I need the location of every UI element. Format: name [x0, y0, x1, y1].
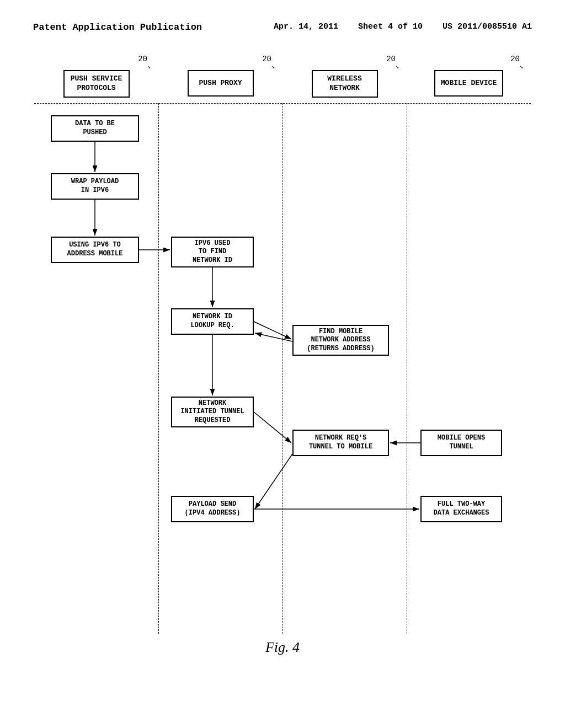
- patent-info: Apr. 14, 2011 Sheet 4 of 10 US 2011/0085…: [274, 22, 532, 31]
- col-push-proxy: 20 ↘ PUSH PROXY: [158, 55, 282, 98]
- publication-date: Apr. 14, 2011: [274, 22, 338, 31]
- figure-caption: Fig. 4: [0, 639, 565, 656]
- svg-line-8: [254, 412, 291, 443]
- ref-num-1: 20: [138, 55, 147, 63]
- ref-num-4: 20: [510, 55, 520, 63]
- col-title-push-service: PUSH SERVICEPROTOCOLS: [63, 70, 130, 98]
- diagram: 20 ↘ PUSH SERVICEPROTOCOLS 20 ↘ PUSH PRO…: [34, 55, 531, 634]
- box-payload-send: PAYLOAD SEND(IPV4 ADDRESS): [171, 496, 254, 522]
- col-title-push-proxy: PUSH PROXY: [188, 70, 254, 97]
- box-using-ipv6: USING IPV6 TOADDRESS MOBILE: [51, 237, 139, 263]
- box-data-to-be-pushed: DATA TO BEPUSHED: [51, 115, 139, 142]
- ref-num-3: 20: [386, 55, 396, 63]
- svg-line-5: [254, 322, 291, 339]
- box-network-tunnel-req: NETWORKINITIATED TUNNELREQUESTED: [171, 397, 254, 427]
- sheet-info: Sheet 4 of 10: [358, 22, 423, 31]
- col-title-mobile: MOBILE DEVICE: [434, 70, 503, 97]
- publication-title: Patent Application Publication: [33, 22, 202, 33]
- col-sep-3: [407, 103, 407, 634]
- box-full-two-way: FULL TWO-WAYDATA EXCHANGES: [420, 496, 502, 522]
- col-sep-1: [158, 103, 159, 634]
- col-wireless-network: 20 ↘ WIRELESSNETWORK: [282, 55, 407, 98]
- ref-num-2: 20: [262, 55, 271, 63]
- col-push-service: 20 ↘ PUSH SERVICEPROTOCOLS: [34, 55, 158, 98]
- box-mobile-opens-tunnel: MOBILE OPENSTUNNEL: [420, 430, 502, 456]
- page-header: Patent Application Publication Apr. 14, …: [0, 0, 565, 44]
- box-network-id-lookup: NETWORK IDLOOKUP REQ.: [171, 308, 254, 335]
- col-mobile-device: 20 ↘ MOBILE DEVICE: [407, 55, 531, 98]
- patent-number: US 2011/0085510 A1: [443, 22, 532, 31]
- col-sep-2: [282, 103, 283, 634]
- svg-line-6: [255, 333, 292, 341]
- box-ipv6-find-network: IPV6 USEDTO FINDNETWORK ID: [171, 237, 254, 267]
- svg-line-10: [255, 454, 292, 509]
- box-find-mobile-network: FIND MOBILENETWORK ADDRESS(RETURNS ADDRE…: [292, 325, 389, 356]
- box-network-reqs-tunnel: NETWORK REQ'STUNNEL TO MOBILE: [292, 430, 389, 456]
- box-wrap-payload: WRAP PAYLOADIN IPV6: [51, 173, 139, 200]
- col-title-wireless: WIRELESSNETWORK: [312, 70, 378, 98]
